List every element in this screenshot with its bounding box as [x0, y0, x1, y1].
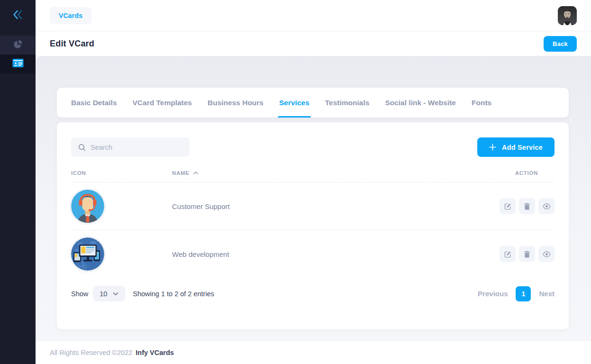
show-label: Show [71, 290, 88, 298]
tab-testimonials[interactable]: Testimonials [325, 88, 370, 118]
tab-business-hours[interactable]: Business Hours [208, 88, 264, 118]
tabs-bar: Basic Details VCard Templates Business H… [57, 88, 569, 118]
user-avatar[interactable] [558, 6, 577, 25]
sidebar-item-dashboard[interactable] [0, 36, 36, 55]
sidebar-item-vcards[interactable] [0, 55, 36, 73]
toolbar: Add Service [71, 137, 555, 157]
row-actions [499, 246, 555, 262]
page-size-select[interactable]: 10 [93, 286, 125, 301]
pencil-square-icon [504, 251, 511, 258]
column-header-name-label: NAME [172, 170, 190, 176]
delete-button[interactable] [519, 246, 535, 262]
view-button[interactable] [538, 246, 555, 262]
delete-button[interactable] [519, 198, 535, 214]
customer-support-agent-icon [71, 190, 104, 223]
add-service-label: Add Service [502, 144, 543, 151]
table-row: Web development [71, 230, 555, 278]
entries-summary: Showing 1 to 2 of 2 entries [133, 290, 214, 298]
pencil-square-icon [504, 203, 511, 210]
column-header-icon: ICON [71, 170, 172, 176]
column-header-name[interactable]: NAME [172, 170, 499, 176]
table-row: Customer Support [71, 182, 555, 230]
trash-icon [524, 251, 530, 258]
pager: Previous 1 Next [478, 286, 555, 301]
view-button[interactable] [538, 198, 555, 214]
service-name: Web development [172, 250, 499, 258]
responsive-devices-icon [71, 237, 104, 271]
pie-chart-icon [13, 39, 23, 51]
brand-name: Infy VCards [136, 349, 174, 356]
breadcrumb[interactable]: VCards [50, 7, 91, 24]
content-area: Basic Details VCard Templates Business H… [36, 56, 591, 340]
tab-social-link-website[interactable]: Social link - Website [385, 88, 456, 118]
copyright-text: All Rights Reserved ©2022 [50, 349, 132, 356]
row-actions [499, 198, 555, 214]
tab-vcard-templates[interactable]: VCard Templates [133, 88, 192, 118]
services-table: ICON NAME ACTION [71, 170, 555, 278]
double-chevron-left-icon [12, 10, 24, 21]
plus-icon [489, 144, 496, 151]
table-header: ICON NAME ACTION [71, 170, 555, 182]
services-card: Add Service ICON NAME ACTION [57, 122, 569, 329]
search-box[interactable] [71, 137, 190, 157]
previous-button[interactable]: Previous [478, 290, 508, 298]
tab-fonts[interactable]: Fonts [472, 88, 491, 118]
pagination: Show 10 Showing 1 to 2 of 2 entries Prev… [71, 286, 555, 301]
page-1-button[interactable]: 1 [516, 286, 531, 301]
footer: All Rights Reserved ©2022 Infy VCards [36, 340, 591, 364]
id-card-icon [12, 58, 24, 70]
next-button[interactable]: Next [539, 290, 555, 298]
search-input[interactable] [91, 144, 182, 151]
edit-button[interactable] [500, 198, 516, 214]
tab-services[interactable]: Services [279, 88, 309, 118]
topbar: VCards [36, 0, 591, 31]
search-icon [78, 144, 86, 151]
sidebar [0, 0, 36, 364]
edit-button[interactable] [500, 246, 516, 262]
add-service-button[interactable]: Add Service [477, 137, 555, 157]
page-header: Edit VCard Back [36, 31, 591, 56]
chevron-down-icon [113, 292, 118, 296]
sort-chevron-up-icon[interactable] [193, 171, 199, 175]
eye-icon [543, 203, 551, 209]
back-button[interactable]: Back [544, 36, 577, 52]
page-size-value: 10 [100, 290, 107, 298]
tab-basic-details[interactable]: Basic Details [71, 88, 117, 118]
service-name: Customer Support [172, 202, 499, 210]
eye-icon [543, 251, 551, 257]
trash-icon [524, 203, 530, 210]
page-title: Edit VCard [50, 39, 94, 49]
column-header-action: ACTION [499, 170, 555, 176]
main-area: VCards Edi [36, 0, 591, 364]
sidebar-collapse-button[interactable] [0, 0, 36, 31]
